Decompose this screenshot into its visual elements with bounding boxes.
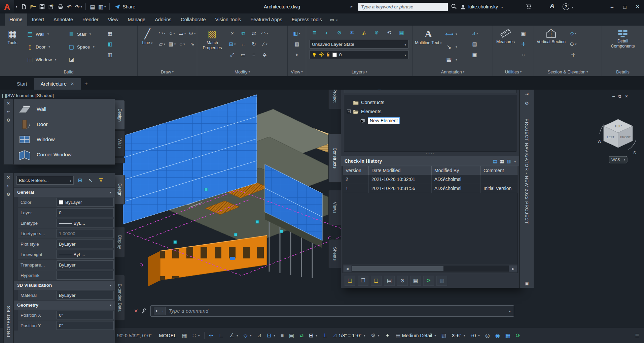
view-camera-button[interactable]: ⌖ bbox=[292, 50, 302, 60]
move-tool-button[interactable]: ↔ bbox=[238, 39, 248, 49]
polar-tracking-button[interactable]: ∠ bbox=[227, 331, 240, 341]
maximize-button[interactable]: □ bbox=[618, 0, 631, 13]
tool-palette-tab-walls[interactable]: Walls bbox=[115, 130, 125, 157]
details-panel-label[interactable]: Details bbox=[602, 67, 644, 76]
ribbon-tab-collaborate[interactable]: Collaborate bbox=[176, 13, 210, 26]
command-bar[interactable]: >_ ▴ bbox=[150, 305, 514, 317]
no-graphics-button[interactable]: ⊘ bbox=[397, 276, 408, 286]
ribbon-tab-featured-apps[interactable]: Featured Apps bbox=[246, 13, 287, 26]
detail-components-button[interactable]: Detail Components bbox=[606, 27, 640, 67]
vertical-section-button[interactable]: Vertical Section bbox=[536, 27, 567, 67]
command-history-icon[interactable]: ▴ bbox=[509, 309, 511, 313]
tool-palette-properties-icon[interactable]: ⚙ bbox=[6, 118, 10, 123]
lineweight-value[interactable]: ———ByL... bbox=[57, 250, 114, 259]
view-style-button[interactable]: ◧ bbox=[292, 28, 302, 38]
navigator-tab-constructs[interactable]: Constructs bbox=[328, 133, 341, 183]
sheet-set-manager-button[interactable]: ▤ bbox=[88, 2, 97, 11]
open-file-button[interactable] bbox=[29, 2, 37, 11]
workspace-switching-button[interactable]: ⚙ bbox=[369, 331, 382, 341]
properties-palette-titlebar[interactable]: ✕ ⇤ ⚙ PROPERTIES bbox=[3, 173, 13, 343]
tree-node-constructs[interactable]: Constructs bbox=[347, 98, 513, 107]
undo-button[interactable]: ↶ bbox=[65, 2, 74, 11]
detail-level-button[interactable]: ▤Medium Detail bbox=[394, 331, 438, 341]
sync-status-button[interactable]: ⟳ bbox=[514, 331, 522, 341]
app-menu-button[interactable]: A bbox=[0, 0, 14, 13]
roof-slab-tool-button[interactable]: ◪ bbox=[66, 54, 103, 66]
slab-tool-button[interactable]: ▥ bbox=[105, 50, 115, 60]
drawing-restore-icon[interactable]: ⧉ bbox=[618, 94, 621, 99]
account-menu[interactable]: luke.cholmsky bbox=[460, 0, 503, 13]
save-button[interactable] bbox=[38, 2, 46, 11]
app-menu-chevron-icon[interactable]: ▾ bbox=[14, 2, 19, 11]
leader-button[interactable]: ↘ bbox=[444, 41, 468, 53]
view-grid-button[interactable]: ▦ bbox=[292, 39, 302, 49]
annotation-misc-button[interactable]: ▣ bbox=[470, 50, 479, 60]
section-general[interactable]: General▾ bbox=[14, 187, 115, 197]
modify-panel-label[interactable]: Modify bbox=[197, 67, 287, 76]
search-input[interactable] bbox=[361, 4, 445, 9]
object-type-dropdown[interactable]: Block Refere... bbox=[16, 176, 74, 185]
linetype-value[interactable]: ———ByL... bbox=[57, 219, 114, 227]
offset-tool-button[interactable]: ≡ bbox=[249, 50, 259, 60]
new-file-button[interactable] bbox=[20, 2, 28, 11]
polygon-tool-button[interactable]: ▱ bbox=[157, 39, 167, 49]
layer-dropdown[interactable]: 0 bbox=[310, 50, 408, 59]
column-header-version[interactable]: Version bbox=[343, 166, 369, 175]
section-callout-button[interactable]: ◇ bbox=[568, 28, 578, 38]
transparency-button[interactable]: ▣ bbox=[287, 331, 296, 341]
splitter-handle[interactable]: ••••• bbox=[341, 152, 519, 156]
selection-cycling-button[interactable]: ⧉ bbox=[297, 331, 305, 341]
id-point-button[interactable]: ✛ bbox=[518, 39, 528, 49]
grid-display-button[interactable]: ▦ bbox=[180, 331, 189, 341]
scroll-right-icon[interactable]: ▶ bbox=[509, 266, 517, 272]
save-as-button[interactable] bbox=[47, 2, 56, 11]
customization-button[interactable]: ≣ bbox=[633, 331, 641, 341]
toggle-value-button[interactable]: ⊞ bbox=[76, 176, 84, 184]
display-elevation-button[interactable]: +0 bbox=[468, 331, 482, 341]
redo-button[interactable]: ↷ bbox=[74, 2, 83, 11]
viewport-controls-label[interactable]: [-][SW Isometric][Shaded] bbox=[2, 93, 54, 98]
column-grid-tool-button[interactable]: ▦ bbox=[105, 28, 115, 38]
drawing-close-icon[interactable]: ✕ bbox=[625, 94, 629, 99]
annotation-table-button[interactable]: ▦ bbox=[444, 54, 468, 66]
layer-match-button[interactable]: ⊕ bbox=[372, 28, 382, 38]
stair-tool-button[interactable]: ≣Stair bbox=[66, 28, 103, 40]
circle-tool-button[interactable]: ○ bbox=[167, 28, 177, 38]
transparency-value[interactable]: ByLayer bbox=[57, 260, 114, 269]
ribbon-display-options-button[interactable]: ▭ bbox=[330, 13, 338, 26]
properties-tab-display[interactable]: Display bbox=[115, 227, 125, 257]
scrollbar-track[interactable] bbox=[352, 266, 509, 272]
properties-tab-design[interactable]: Design bbox=[115, 175, 125, 205]
draw-panel-label[interactable]: Draw bbox=[138, 67, 197, 76]
array-tool-button[interactable]: ⊞ bbox=[227, 39, 237, 49]
wcs-dropdown[interactable]: WCS ▾ bbox=[609, 156, 627, 163]
tool-palette-titlebar[interactable]: ✕ ⇤ ⚙ bbox=[3, 99, 13, 165]
section-3d-visualization[interactable]: 3D Visualization▾ bbox=[14, 280, 115, 290]
layer-unisolate-button[interactable]: ▦ bbox=[397, 28, 406, 38]
close-button[interactable]: ✕ bbox=[631, 0, 644, 13]
compass-south-label[interactable]: S bbox=[633, 151, 636, 155]
erase-tool-button[interactable]: × bbox=[227, 28, 237, 38]
layer-previous-button[interactable]: ⟲ bbox=[384, 28, 394, 38]
snap-mode-button[interactable]: ∷ bbox=[190, 331, 202, 341]
scrollbar-thumb[interactable] bbox=[352, 266, 443, 271]
lineweight-button[interactable]: ≡ bbox=[279, 331, 286, 341]
fillet-tool-button[interactable]: ◠ bbox=[260, 28, 270, 38]
help-menu[interactable]: ? bbox=[563, 0, 573, 13]
file-tab-architecture[interactable]: Architecture ✕ bbox=[34, 78, 81, 90]
tree-expander-icon[interactable]: − bbox=[347, 110, 351, 113]
tool-door[interactable]: Door bbox=[18, 117, 111, 131]
add-construct-button[interactable]: ❏ bbox=[345, 276, 355, 286]
navigator-autohide-icon[interactable]: ⇥ bbox=[525, 92, 529, 97]
wipeout-button[interactable]: ▤ bbox=[470, 39, 479, 49]
tools-button[interactable]: ▦ Tools bbox=[2, 27, 23, 67]
tool-palette-autohide-icon[interactable]: ⇤ bbox=[7, 109, 10, 114]
utilities-panel-label[interactable]: Utilities bbox=[493, 67, 534, 76]
layer-value[interactable]: 0 bbox=[57, 208, 114, 217]
point-style-button[interactable]: ◌ bbox=[518, 50, 528, 60]
layer-lock-button[interactable]: ◭ bbox=[359, 28, 369, 38]
arc-tool-button[interactable]: ◠ bbox=[157, 28, 167, 38]
navigator-tab-sheets[interactable]: Sheets bbox=[328, 239, 341, 268]
copy-tool-button[interactable]: ⧉ bbox=[238, 28, 248, 38]
layer-state-dropdown[interactable]: Unsaved Layer State bbox=[310, 40, 408, 49]
